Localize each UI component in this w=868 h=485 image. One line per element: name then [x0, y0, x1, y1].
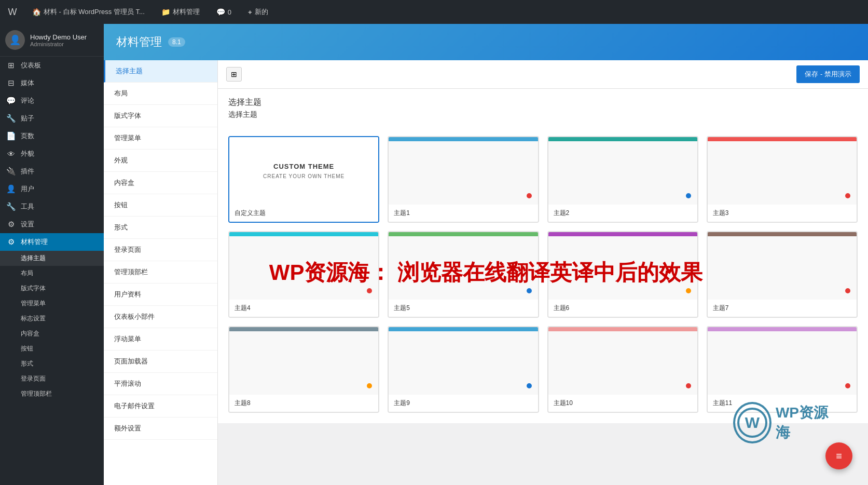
avatar: 👤 — [5, 30, 25, 50]
left-panel-item-appearance[interactable]: 外观 — [104, 150, 217, 172]
themes-section: 选择主题 选择主题 — [218, 89, 868, 136]
sidebar-item-media[interactable]: ⊟ 媒体 — [0, 74, 104, 92]
plugin-content: 选择主题 布局 版式字体 管理菜单 外观 内容盒 按钮 形式 登录页面 管理顶部… — [104, 60, 868, 485]
users-icon: 👤 — [6, 184, 16, 194]
admin-bar-new[interactable]: + 新的 — [244, 5, 272, 19]
right-panel: ⊞ 保存 - 禁用演示 选择主题 选择主题 CUSTOM THEME CREA — [218, 60, 868, 485]
theme-preview-2 — [548, 137, 697, 205]
posts-icon: 🔧 — [6, 114, 16, 123]
user-info: Howdy Demo User Administrator — [30, 33, 87, 47]
admin-bar-home[interactable]: 🏠 材料 - 白标 WordPress 管理员 T... — [28, 5, 149, 19]
custom-theme-title: CUSTOM THEME — [273, 163, 334, 170]
fab-button[interactable]: ≡ — [825, 442, 852, 469]
wordpress-icon[interactable]: W — [5, 5, 20, 19]
theme-label-8: 主题8 — [229, 395, 378, 412]
left-panel-item-button[interactable]: 按钮 — [104, 194, 217, 217]
left-panel-item-typography[interactable]: 版式字体 — [104, 105, 217, 127]
admin-bar-material[interactable]: 📁 材料管理 — [157, 5, 204, 19]
left-panel-item-smooth-scroll[interactable]: 平滑滚动 — [104, 373, 217, 395]
folder-icon: 📁 — [161, 8, 170, 16]
sidebar-item-material[interactable]: ⚙ 材料管理 — [0, 233, 104, 251]
theme-card-4[interactable]: 主题4 — [228, 231, 379, 318]
sidebar-sub-login[interactable]: 登录页面 — [0, 371, 104, 386]
sidebar-item-posts[interactable]: 🔧 贴子 — [0, 110, 104, 127]
theme-card-8[interactable]: 主题8 — [228, 326, 379, 413]
save-button[interactable]: 保存 - 禁用演示 — [796, 65, 860, 83]
sidebar-item-pages[interactable]: 📄 页数 — [0, 127, 104, 145]
left-panel-item-adminmenu[interactable]: 管理菜单 — [104, 127, 217, 150]
sidebar-user: 👤 Howdy Demo User Administrator — [0, 24, 104, 57]
left-panel-item-email[interactable]: 电子邮件设置 — [104, 395, 217, 417]
sidebar-sub-layout[interactable]: 布局 — [0, 266, 104, 281]
sidebar-item-users[interactable]: 👤 用户 — [0, 180, 104, 198]
sidebar-item-plugins[interactable]: 🔌 插件 — [0, 163, 104, 180]
left-panel-item-extra[interactable]: 额外设置 — [104, 417, 217, 440]
sidebar-item-settings[interactable]: ⚙ 设置 — [0, 215, 104, 233]
custom-theme-card[interactable]: CUSTOM THEME CREATE YOUR OWN THEME 自定义主题 — [228, 136, 379, 223]
wp-text: WP资源海 — [776, 403, 837, 442]
theme-label-10: 主题10 — [548, 395, 697, 412]
theme-card-10[interactable]: 主题10 — [547, 326, 698, 413]
svg-text:W: W — [745, 414, 760, 431]
theme-card-5[interactable]: 主题5 — [388, 231, 539, 318]
sidebar-item-dashboard[interactable]: ⊞ 仪表板 — [0, 57, 104, 74]
sidebar-sub-form[interactable]: 形式 — [0, 356, 104, 371]
left-panel-item-contentbox[interactable]: 内容盒 — [104, 172, 217, 194]
sidebar-sub-logo[interactable]: 标志设置 — [0, 311, 104, 326]
custom-theme-preview: CUSTOM THEME CREATE YOUR OWN THEME — [229, 137, 378, 205]
left-panel: 选择主题 布局 版式字体 管理菜单 外观 内容盒 按钮 形式 登录页面 管理顶部… — [104, 60, 218, 485]
main-layout: 👤 Howdy Demo User Administrator ⊞ 仪表板 ⊟ … — [0, 24, 868, 485]
sidebar-sub-admin-topbar[interactable]: 管理顶部栏 — [0, 386, 104, 401]
left-panel-item-theme[interactable]: 选择主题 — [104, 60, 217, 83]
sidebar: 👤 Howdy Demo User Administrator ⊞ 仪表板 ⊟ … — [0, 24, 104, 485]
toolbar-left: ⊞ — [226, 67, 242, 82]
sidebar-sub-typography[interactable]: 版式字体 — [0, 281, 104, 296]
sidebar-item-comments[interactable]: 💬 评论 — [0, 92, 104, 110]
themes-toolbar: ⊞ 保存 - 禁用演示 — [218, 60, 868, 89]
theme-card-9[interactable]: 主题9 — [388, 326, 539, 413]
theme-label-9: 主题9 — [389, 395, 538, 412]
theme-label-1: 主题1 — [389, 205, 538, 222]
theme-card-3[interactable]: 主题3 — [707, 136, 858, 223]
left-panel-item-admintopbar[interactable]: 管理顶部栏 — [104, 261, 217, 284]
themes-grid: CUSTOM THEME CREATE YOUR OWN THEME 自定义主题… — [218, 136, 868, 423]
sidebar-item-appearance[interactable]: 👁 外貌 — [0, 145, 104, 163]
sidebar-sub-select-theme[interactable]: 选择主题 — [0, 251, 104, 266]
theme-label-3: 主题3 — [708, 205, 857, 222]
left-panel-item-form[interactable]: 形式 — [104, 217, 217, 239]
dashboard-icon: ⊞ — [6, 61, 16, 70]
theme-preview-3 — [708, 137, 857, 205]
theme-label-6: 主题6 — [548, 300, 697, 317]
theme-card-6[interactable]: 主题6 — [547, 231, 698, 318]
theme-label-2: 主题2 — [548, 205, 697, 222]
left-panel-item-dashboard-widgets[interactable]: 仪表板小部件 — [104, 306, 217, 328]
theme-label-4: 主题4 — [229, 300, 378, 317]
left-panel-item-page-loader[interactable]: 页面加载器 — [104, 351, 217, 373]
theme-preview-8 — [229, 327, 378, 395]
sidebar-sub-button[interactable]: 按钮 — [0, 341, 104, 356]
theme-preview-7 — [708, 232, 857, 300]
theme-preview-9 — [389, 327, 538, 395]
theme-preview-10 — [548, 327, 697, 395]
left-panel-item-layout[interactable]: 布局 — [104, 83, 217, 105]
left-panel-item-floating-menu[interactable]: 浮动菜单 — [104, 328, 217, 351]
theme-card-1[interactable]: 主题1 — [388, 136, 539, 223]
theme-preview-4 — [229, 232, 378, 300]
sidebar-sub-content-box[interactable]: 内容盒 — [0, 326, 104, 341]
version-badge: 8.1 — [168, 37, 185, 47]
comments-icon: 💬 — [6, 96, 16, 105]
grid-view-button[interactable]: ⊞ — [226, 67, 242, 82]
theme-card-2[interactable]: 主题2 — [547, 136, 698, 223]
content-area: 材料管理 8.1 选择主题 布局 版式字体 管理菜单 外观 内容盒 按钮 形式 … — [104, 24, 868, 485]
page-title: 材料管理 — [116, 34, 162, 50]
left-panel-item-login[interactable]: 登录页面 — [104, 239, 217, 261]
theme-card-7[interactable]: 主题7 — [707, 231, 858, 318]
left-panel-item-profile[interactable]: 用户资料 — [104, 284, 217, 306]
tools-icon: 🔧 — [6, 202, 16, 211]
sidebar-sub-admin-menu[interactable]: 管理菜单 — [0, 296, 104, 311]
themes-section-title: 选择主题 — [228, 97, 858, 108]
admin-bar-comments[interactable]: 💬 0 — [212, 6, 236, 18]
theme-preview-11 — [708, 327, 857, 395]
sidebar-item-tools[interactable]: 🔧 工具 — [0, 198, 104, 215]
comment-icon: 💬 — [216, 8, 225, 16]
